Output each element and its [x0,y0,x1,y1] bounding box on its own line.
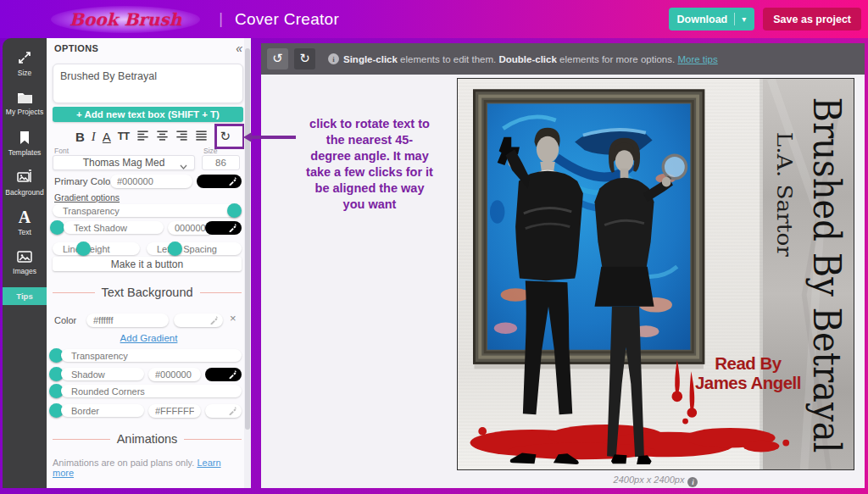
annotation-arrow-icon [243,132,298,142]
cover-read-by-text[interactable]: Read By [715,353,782,373]
transparency-slider[interactable]: Transparency [53,204,242,217]
line-height-knob[interactable] [76,241,91,256]
animations-heading: Animations [53,432,242,446]
page-title: Cover Creator [235,10,339,29]
redo-icon: ↻ [299,51,310,66]
download-label: Download [677,14,728,25]
folder-icon [16,90,34,105]
sidebar-item-templates[interactable]: Templates [3,123,47,163]
font-family-value: Thomas Mag Med [83,157,165,169]
eyedropper-icon [228,367,237,382]
resize-icon [16,49,33,66]
primary-color-input[interactable] [110,175,192,188]
cover-narrator-text[interactable]: James Angell [695,373,801,392]
eyedropper-icon [228,174,237,189]
redo-button[interactable]: ↻ [294,48,315,69]
text-format-toolbar: B I A TT ↻ [75,124,245,149]
italic-button[interactable]: I [92,130,96,143]
align-right-icon[interactable] [175,130,188,143]
cover-author-text[interactable]: L.A. Sartor [773,132,798,257]
sidebar-item-background[interactable]: Background [3,163,47,203]
text-shadow-slider[interactable]: Text Shadow [64,221,164,234]
options-panel: OPTIONS « Brushed By Betrayal + Add new … [47,38,251,488]
letter-spacing-knob[interactable] [168,241,182,256]
cover-title-text[interactable]: Brushed By Betrayal [804,97,849,453]
canvas-hint-text: Single-click elements to edit them. Doub… [343,54,718,64]
collapse-panel-icon[interactable]: « [236,42,242,55]
text-shadow-color-swatch[interactable] [205,221,242,235]
title-divider: | [219,10,223,28]
close-icon[interactable]: × [230,312,236,325]
topbar-actions: Download ▾ Save as project [669,8,861,31]
font-family-select[interactable]: Thomas Mag Med [53,155,195,170]
font-size-input[interactable] [202,155,240,170]
heading-divider [184,439,242,440]
tb-color-label: Color [54,315,76,325]
sidebar-item-text[interactable]: A Text [3,203,47,242]
letter-a-icon: A [19,208,31,225]
top-bar: Book Brush | Cover Creator Download ▾ Sa… [0,0,868,38]
options-title: OPTIONS [54,43,98,53]
tb-border-color-input[interactable] [148,404,201,418]
underline-button[interactable]: A [103,130,111,143]
eyedropper-icon [228,403,237,419]
eyedropper-icon [209,313,219,328]
heading-divider [53,292,95,293]
info-icon: i [328,53,339,64]
text-background-heading: Text Background [53,286,242,299]
rotate-text-button-highlighted[interactable]: ↻ [214,124,245,149]
line-height-slider[interactable]: Line Height [53,242,140,255]
save-as-project-button[interactable]: Save as project [763,8,861,31]
book-brush-logo[interactable]: Book Brush [51,6,200,33]
download-button[interactable]: Download ▾ [669,8,755,31]
align-center-icon[interactable] [156,130,169,143]
tb-border-slider[interactable]: Border [61,404,144,417]
size-label: Size [203,147,218,155]
sidebar: Size My Projects Templates Background A … [3,38,47,488]
primary-color-swatch[interactable] [197,175,242,188]
sidebar-item-size[interactable]: Size [3,43,47,83]
make-it-a-button-button[interactable]: Make it a button [53,257,242,271]
download-divider [734,13,735,25]
add-text-box-button[interactable]: + Add new text box (SHIFT + T) [53,107,243,122]
bold-button[interactable]: B [75,130,85,143]
undo-icon: ↺ [272,51,283,66]
sidebar-item-images[interactable]: Images [3,242,47,282]
tb-shadow-color-swatch[interactable] [205,368,242,381]
primary-color-label: Primary Color [54,176,114,186]
transparency-slider-knob[interactable] [227,203,242,218]
canvas-toolbar: ↺ ↻ i Single-click elements to edit them… [261,43,865,75]
letter-spacing-slider[interactable]: Letter Spacing [147,242,242,255]
tb-shadow-slider[interactable]: Shadow [61,368,144,380]
book-cover[interactable]: Brushed By Betrayal L.A. Sartor Read By … [457,78,854,470]
tb-rounded-corners-slider[interactable]: Rounded Corners [61,385,242,397]
align-left-icon[interactable] [136,130,149,143]
text-shadow-toggle-knob[interactable] [50,220,64,235]
heading-divider [53,439,110,440]
canvas-size-info: 2400px x 2400pxi [457,475,854,487]
tb-color-input[interactable] [86,314,169,327]
tb-border-color-swatch[interactable] [205,404,242,418]
sidebar-item-tips[interactable]: Tips [3,287,47,305]
tutorial-annotation-text: click to rotate text to the nearest 45- … [285,116,454,213]
tb-shadow-color-input[interactable] [148,368,201,381]
options-scrollbar-thumb[interactable] [245,48,250,430]
chevron-down-icon[interactable]: ▾ [742,14,746,24]
info-icon: i [687,477,698,487]
align-justify-icon[interactable] [195,130,208,143]
font-label: Font [54,147,69,155]
tb-color-swatch[interactable] [174,314,223,327]
book-cover-art: Brushed By Betrayal L.A. Sartor Read By … [458,79,854,469]
undo-button[interactable]: ↺ [267,48,288,69]
more-tips-link[interactable]: More tips [677,54,717,64]
rotate-icon: ↻ [220,129,231,144]
sidebar-item-my-projects[interactable]: My Projects [3,83,47,123]
uppercase-button[interactable]: TT [118,131,130,142]
text-content-input[interactable]: Brushed By Betrayal [53,64,243,103]
tb-transparency-slider[interactable]: Transparency [61,349,242,362]
gradient-options-link[interactable]: Gradient options [54,192,120,203]
image-icon [16,249,33,264]
heading-divider [200,292,242,293]
cover-creator-app: Book Brush | Cover Creator Download ▾ Sa… [0,0,868,494]
add-gradient-link[interactable]: Add Gradient [47,333,251,343]
